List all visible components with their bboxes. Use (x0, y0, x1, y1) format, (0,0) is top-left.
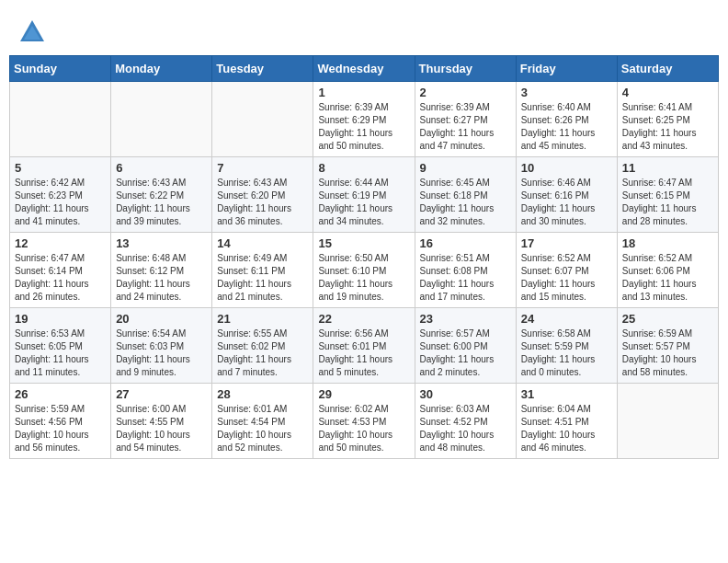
day-number: 29 (318, 387, 409, 401)
logo (18, 18, 50, 46)
day-number: 31 (521, 387, 612, 401)
weekday-header: Friday (516, 56, 617, 82)
calendar-day-cell: 13Sunrise: 6:48 AM Sunset: 6:12 PM Dayli… (111, 233, 212, 308)
weekday-header: Thursday (415, 56, 516, 82)
day-number: 25 (622, 312, 713, 326)
calendar-day-cell (617, 384, 718, 459)
day-number: 28 (217, 387, 308, 401)
calendar-day-cell: 23Sunrise: 6:57 AM Sunset: 6:00 PM Dayli… (415, 308, 516, 384)
day-info: Sunrise: 6:59 AM Sunset: 5:57 PM Dayligh… (622, 327, 713, 379)
calendar-day-cell: 20Sunrise: 6:54 AM Sunset: 6:03 PM Dayli… (111, 308, 212, 384)
day-info: Sunrise: 6:04 AM Sunset: 4:51 PM Dayligh… (521, 403, 612, 454)
calendar-day-cell: 26Sunrise: 5:59 AM Sunset: 4:56 PM Dayli… (10, 384, 111, 459)
day-info: Sunrise: 6:57 AM Sunset: 6:00 PM Dayligh… (420, 327, 511, 379)
day-number: 10 (521, 161, 612, 175)
calendar-day-cell: 10Sunrise: 6:46 AM Sunset: 6:16 PM Dayli… (516, 157, 617, 233)
day-info: Sunrise: 6:40 AM Sunset: 6:26 PM Dayligh… (521, 101, 612, 153)
day-number: 5 (15, 161, 106, 175)
day-number: 27 (116, 387, 207, 401)
day-number: 26 (15, 387, 106, 401)
day-info: Sunrise: 6:52 AM Sunset: 6:06 PM Dayligh… (622, 252, 713, 304)
day-info: Sunrise: 6:46 AM Sunset: 6:16 PM Dayligh… (521, 177, 612, 228)
day-info: Sunrise: 6:39 AM Sunset: 6:29 PM Dayligh… (318, 101, 409, 153)
weekday-header: Sunday (10, 56, 111, 82)
calendar-day-cell: 12Sunrise: 6:47 AM Sunset: 6:14 PM Dayli… (10, 233, 111, 308)
calendar-table: SundayMondayTuesdayWednesdayThursdayFrid… (9, 55, 719, 459)
day-number: 16 (420, 236, 511, 250)
day-number: 19 (15, 312, 106, 326)
day-info: Sunrise: 6:44 AM Sunset: 6:19 PM Dayligh… (318, 177, 409, 228)
calendar-week-row: 1Sunrise: 6:39 AM Sunset: 6:29 PM Daylig… (10, 82, 719, 157)
day-number: 18 (622, 236, 713, 250)
day-number: 30 (420, 387, 511, 401)
day-number: 21 (217, 312, 308, 326)
weekday-header: Tuesday (212, 56, 313, 82)
calendar-day-cell: 28Sunrise: 6:01 AM Sunset: 4:54 PM Dayli… (212, 384, 313, 459)
calendar-day-cell (212, 82, 313, 157)
day-number: 12 (15, 236, 106, 250)
calendar-week-row: 19Sunrise: 6:53 AM Sunset: 6:05 PM Dayli… (10, 308, 719, 384)
day-info: Sunrise: 6:43 AM Sunset: 6:20 PM Dayligh… (217, 177, 308, 228)
day-info: Sunrise: 6:50 AM Sunset: 6:10 PM Dayligh… (318, 252, 409, 304)
day-number: 11 (622, 161, 713, 175)
weekday-header: Wednesday (313, 56, 415, 82)
day-info: Sunrise: 6:48 AM Sunset: 6:12 PM Dayligh… (116, 252, 207, 304)
day-number: 9 (420, 161, 511, 175)
calendar-header-row: SundayMondayTuesdayWednesdayThursdayFrid… (10, 56, 719, 82)
day-info: Sunrise: 6:42 AM Sunset: 6:23 PM Dayligh… (15, 177, 106, 228)
calendar-day-cell: 9Sunrise: 6:45 AM Sunset: 6:18 PM Daylig… (415, 157, 516, 233)
calendar-day-cell: 2Sunrise: 6:39 AM Sunset: 6:27 PM Daylig… (415, 82, 516, 157)
logo-icon (18, 18, 46, 46)
calendar-day-cell (111, 82, 212, 157)
day-number: 2 (420, 86, 511, 99)
day-info: Sunrise: 6:41 AM Sunset: 6:25 PM Dayligh… (622, 101, 713, 153)
day-number: 20 (116, 312, 207, 326)
calendar-day-cell: 6Sunrise: 6:43 AM Sunset: 6:22 PM Daylig… (111, 157, 212, 233)
day-number: 13 (116, 236, 207, 250)
calendar-day-cell: 19Sunrise: 6:53 AM Sunset: 6:05 PM Dayli… (10, 308, 111, 384)
weekday-header: Saturday (617, 56, 718, 82)
calendar-day-cell: 3Sunrise: 6:40 AM Sunset: 6:26 PM Daylig… (516, 82, 617, 157)
calendar-day-cell: 5Sunrise: 6:42 AM Sunset: 6:23 PM Daylig… (10, 157, 111, 233)
day-info: Sunrise: 6:58 AM Sunset: 5:59 PM Dayligh… (521, 327, 612, 379)
calendar-day-cell: 11Sunrise: 6:47 AM Sunset: 6:15 PM Dayli… (617, 157, 718, 233)
day-info: Sunrise: 6:53 AM Sunset: 6:05 PM Dayligh… (15, 327, 106, 379)
day-number: 22 (318, 312, 409, 326)
calendar-day-cell: 7Sunrise: 6:43 AM Sunset: 6:20 PM Daylig… (212, 157, 313, 233)
day-info: Sunrise: 6:47 AM Sunset: 6:15 PM Dayligh… (622, 177, 713, 228)
calendar-day-cell: 16Sunrise: 6:51 AM Sunset: 6:08 PM Dayli… (415, 233, 516, 308)
calendar-day-cell: 1Sunrise: 6:39 AM Sunset: 6:29 PM Daylig… (313, 82, 415, 157)
day-number: 4 (622, 86, 713, 99)
day-info: Sunrise: 6:47 AM Sunset: 6:14 PM Dayligh… (15, 252, 106, 304)
calendar-day-cell: 18Sunrise: 6:52 AM Sunset: 6:06 PM Dayli… (617, 233, 718, 308)
calendar-day-cell: 30Sunrise: 6:03 AM Sunset: 4:52 PM Dayli… (415, 384, 516, 459)
day-info: Sunrise: 5:59 AM Sunset: 4:56 PM Dayligh… (15, 403, 106, 454)
day-number: 3 (521, 86, 612, 99)
day-number: 8 (318, 161, 409, 175)
day-info: Sunrise: 6:49 AM Sunset: 6:11 PM Dayligh… (217, 252, 308, 304)
day-info: Sunrise: 6:45 AM Sunset: 6:18 PM Dayligh… (420, 177, 511, 228)
day-info: Sunrise: 6:00 AM Sunset: 4:55 PM Dayligh… (116, 403, 207, 454)
calendar-day-cell: 29Sunrise: 6:02 AM Sunset: 4:53 PM Dayli… (313, 384, 415, 459)
calendar-day-cell (10, 82, 111, 157)
calendar-day-cell: 15Sunrise: 6:50 AM Sunset: 6:10 PM Dayli… (313, 233, 415, 308)
calendar-day-cell: 27Sunrise: 6:00 AM Sunset: 4:55 PM Dayli… (111, 384, 212, 459)
day-number: 6 (116, 161, 207, 175)
calendar-day-cell: 17Sunrise: 6:52 AM Sunset: 6:07 PM Dayli… (516, 233, 617, 308)
day-number: 1 (318, 86, 409, 99)
day-info: Sunrise: 6:01 AM Sunset: 4:54 PM Dayligh… (217, 403, 308, 454)
calendar-day-cell: 21Sunrise: 6:55 AM Sunset: 6:02 PM Dayli… (212, 308, 313, 384)
day-number: 17 (521, 236, 612, 250)
day-number: 23 (420, 312, 511, 326)
calendar-day-cell: 14Sunrise: 6:49 AM Sunset: 6:11 PM Dayli… (212, 233, 313, 308)
day-info: Sunrise: 6:56 AM Sunset: 6:01 PM Dayligh… (318, 327, 409, 379)
day-number: 24 (521, 312, 612, 326)
calendar-day-cell: 24Sunrise: 6:58 AM Sunset: 5:59 PM Dayli… (516, 308, 617, 384)
calendar-day-cell: 25Sunrise: 6:59 AM Sunset: 5:57 PM Dayli… (617, 308, 718, 384)
weekday-header: Monday (111, 56, 212, 82)
day-info: Sunrise: 6:43 AM Sunset: 6:22 PM Dayligh… (116, 177, 207, 228)
day-info: Sunrise: 6:52 AM Sunset: 6:07 PM Dayligh… (521, 252, 612, 304)
calendar-week-row: 5Sunrise: 6:42 AM Sunset: 6:23 PM Daylig… (10, 157, 719, 233)
day-info: Sunrise: 6:03 AM Sunset: 4:52 PM Dayligh… (420, 403, 511, 454)
page-header (9, 9, 719, 51)
